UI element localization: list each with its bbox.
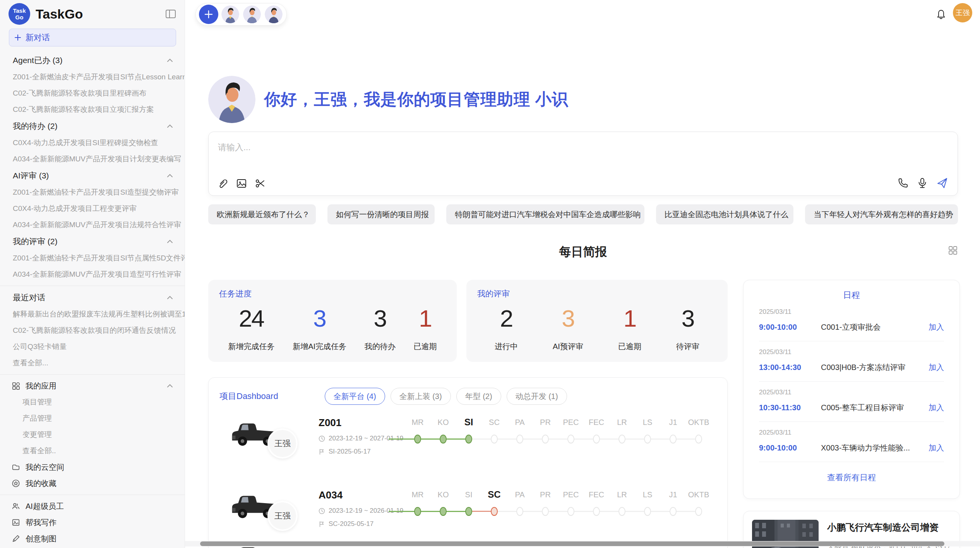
chat-composer [208,132,958,196]
app-title: TaskGo [36,7,165,22]
milestone-track: MR KO SI SC PA PR PEC FEC LR LS J1 OKTB [405,487,711,529]
recent-chat-item[interactable]: 解释最新出台的欧盟报废车法规再生塑料比例被调至15%... [0,306,185,322]
phone-icon [897,177,909,189]
milestone-dot [567,507,574,516]
sidebar-collapse-button[interactable] [165,9,176,19]
milestone-dot-current [465,435,472,444]
image-doc-icon [12,518,20,527]
assistant-avatar [208,76,255,123]
join-meeting-link[interactable]: 加入 [929,402,944,413]
sidebar-section-my-todo[interactable]: 我的待办 (2) [0,118,185,135]
tab-new-body[interactable]: 全新上装 (3) [391,388,451,405]
recent-chat-item[interactable]: 公司Q3轻卡销量 [0,339,185,355]
milestone-dot-done [465,507,472,516]
sidebar-item[interactable]: Z001-全新燃油轻卡产品开发项目SI节点属性5D文件评审 [0,250,185,266]
sidebar-item[interactable]: C02-飞腾新能源轻客改款项目里程碑画布 [0,85,185,101]
chat-input[interactable] [218,139,946,156]
milestone-dot [695,435,702,444]
project-code: A034 [319,489,343,501]
milestone-dot-overdue [491,507,498,516]
project-code: Z001 [319,417,341,429]
sidebar-creative-drawing[interactable]: 创意制图 [0,531,185,547]
schedule-date: 2025/03/11 [759,429,944,437]
project-milestone-flag: SI-2025-05-17 [319,448,371,456]
add-session-button[interactable] [199,5,218,24]
join-meeting-link[interactable]: 加入 [929,443,944,453]
session-avatar-2[interactable] [242,5,262,24]
image-icon [236,178,247,189]
sidebar-item[interactable]: Z001-全新燃油皮卡产品开发项目SI节点Lesson Learn报告 [0,69,185,85]
user-avatar[interactable]: 王强 [953,3,972,22]
send-icon [936,177,948,189]
app-logo: Task Go [9,3,30,25]
apps-view-all[interactable]: 查看全部.. [0,443,185,459]
sidebar-item[interactable]: Z001-全新燃油轻卡产品开发项目SI造型提交物评审 [0,184,185,200]
send-button[interactable] [936,177,948,189]
bell-icon [935,8,947,20]
session-avatar-3[interactable] [264,5,283,24]
notification-bell-button[interactable] [935,8,947,20]
microphone-button[interactable] [917,177,928,189]
paperclip-icon [217,178,229,189]
suggestion-chip[interactable]: 当下年轻人对汽车外观有怎样的喜好趋势 [805,204,958,224]
sidebar-section-ai-review[interactable]: AI评审 (3) [0,167,185,184]
chevron-up-icon [167,240,173,243]
app-item-project-mgmt[interactable]: 项目管理 [0,394,185,410]
tab-model-year[interactable]: 年型 (2) [456,388,501,405]
milestone-dot [516,435,523,444]
task-progress-card: 任务进度 24 新增完成任务 3 新增AI完成任务 3 我的待办 1 已逾期 [208,280,457,362]
scrollbar-thumb[interactable] [200,541,944,546]
sidebar-item[interactable]: C02-飞腾新能源轻客改款项目立项汇报方案 [0,101,185,118]
recent-view-all[interactable]: 查看全部... [0,355,185,371]
attach-button[interactable] [217,178,229,189]
milestone-dot [618,435,625,444]
suggestion-chip[interactable]: 比亚迪全固态电池计划具体说了什么 [656,204,794,224]
schedule-item: 2025/03/11 10:30-11:30 C005-整车工程目标评审 加入 [759,382,944,422]
sidebar-ai-super-staff[interactable]: AI超级员工 [0,498,185,514]
suggestion-chip[interactable]: 特朗普可能对进口汽车增税会对中国车企造成哪些影响 [446,204,644,224]
sidebar-section-recent-chats[interactable]: 最近对话 [0,289,185,306]
milestone-dot [670,435,677,444]
view-all-schedule-link[interactable]: 查看所有日程 [759,472,944,483]
sidebar-my-cloud[interactable]: 我的云空间 [0,459,185,475]
tab-new-platform[interactable]: 全新平台 (4) [325,388,385,405]
sidebar-help-me-write[interactable]: 帮我写作 [0,514,185,531]
voice-call-button[interactable] [897,177,909,189]
suggestion-chip[interactable]: 如何写一份清晰的项目周报 [327,204,435,224]
session-avatar-1[interactable] [221,5,240,24]
schedule-card: 日程 2025/03/11 9:00-10:00 C001-立项审批会 加入 2… [743,280,960,499]
new-chat-button[interactable]: 新对话 [9,29,176,46]
milestone-dot [695,507,702,516]
app-item-product-mgmt[interactable]: 产品管理 [0,410,185,426]
join-meeting-link[interactable]: 加入 [929,362,944,373]
cloud-drive-icon [12,463,20,471]
tab-powertrain[interactable]: 动总开发 (1) [507,388,567,405]
new-chat-label: 新对话 [26,32,50,43]
sidebar-my-apps[interactable]: 我的应用 [0,378,185,394]
daily-briefing-header: 每日简报 [208,244,958,261]
stat-ai-done: 3 新增AI完成任务 [293,305,346,352]
sidebar-section-agent-done[interactable]: Agent已办 (3) [0,52,185,69]
schedule-time: 9:00-10:00 [759,444,821,452]
my-review-title: 我的评审 [477,288,717,299]
milestone-dot [593,435,600,444]
recent-chat-item[interactable]: C02-飞腾新能源轻客改款项目的闭环通告反馈情况 [0,322,185,339]
sidebar-my-favorites[interactable]: 我的收藏 [0,475,185,491]
sidebar-item[interactable]: C0X4-动力总成开发项目SI里程碑提交物检查 [0,135,185,151]
sidebar-section-my-review[interactable]: 我的评审 (2) [0,233,185,250]
chevron-up-icon [167,124,173,128]
sidebar-item[interactable]: C0X4-动力总成开发项目工程变更评审 [0,200,185,217]
sidebar-header: Task Go TaskGo [0,0,185,28]
suggestion-chip[interactable]: 欧洲新规最近颁布了什么？ [208,204,316,224]
join-meeting-link[interactable]: 加入 [929,322,944,332]
project-row-z001[interactable]: 王强 Z001 2023-12-19 ~ 2027-01-19 SI-2025-… [209,411,728,484]
briefing-layout-button[interactable] [948,245,958,255]
milestone-dot [542,435,549,444]
insert-image-button[interactable] [236,178,247,189]
screenshot-button[interactable] [254,178,266,189]
sidebar-item[interactable]: A034-全新新能源MUV产品开发项目计划变更表编写 [0,151,185,167]
milestone-dot [516,507,523,516]
sidebar-item[interactable]: A034-全新新能源MUV产品开发项目造型可行性评审 [0,266,185,283]
sidebar-item[interactable]: A034-全新新能源MUV产品开发项目法规符合性评审 [0,217,185,233]
app-item-change-mgmt[interactable]: 变更管理 [0,426,185,443]
